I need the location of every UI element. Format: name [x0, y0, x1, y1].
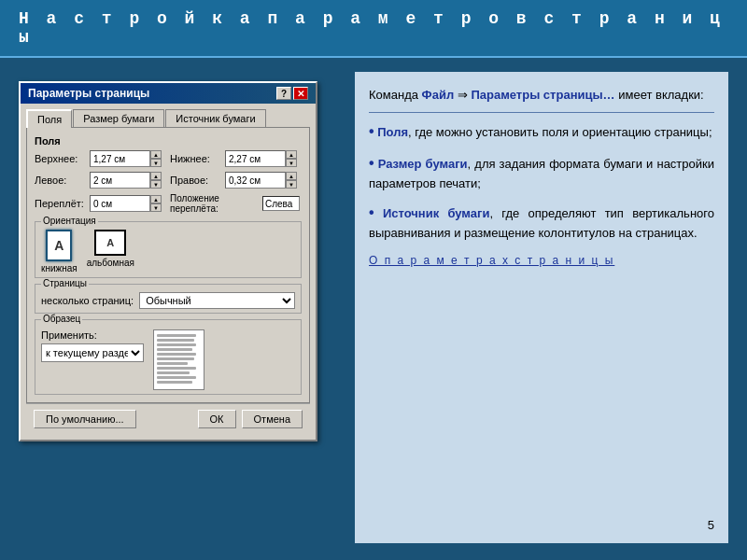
- left-spin: ▲ ▼: [150, 172, 162, 189]
- right-panel: Команда Файл ⇒ Параметры страницы… имеет…: [355, 72, 728, 543]
- bottom-spin-down[interactable]: ▼: [286, 159, 297, 167]
- cancel-button[interactable]: Отмена: [242, 410, 303, 428]
- top-input[interactable]: 1,27 см: [90, 150, 150, 167]
- title-text: Н а с т р о й к а п а р а м е т р о в с …: [19, 9, 724, 47]
- top-spin-down[interactable]: ▼: [150, 159, 162, 167]
- left-input[interactable]: 2 см: [90, 172, 150, 189]
- right-spin-down[interactable]: ▼: [286, 180, 297, 189]
- preview-line: [157, 362, 188, 365]
- orientation-legend: Ориентация: [41, 216, 98, 226]
- gutter-field-row: Переплёт: 0 см ▲ ▼: [35, 193, 166, 214]
- bullet-fields: • Поля, где можно установить поля и орие…: [369, 120, 714, 143]
- preview-line: [157, 343, 196, 346]
- top-spin-up[interactable]: ▲: [150, 150, 162, 159]
- pages-legend: Страницы: [41, 278, 89, 288]
- left-input-group: 2 см ▲ ▼: [90, 172, 162, 189]
- pages-label: несколько страниц:: [41, 295, 134, 306]
- right-spin: ▲ ▼: [286, 172, 297, 189]
- default-button[interactable]: По умолчанию...: [34, 410, 136, 428]
- preview-line: [157, 334, 196, 337]
- bottom-input[interactable]: 2,27 см: [225, 150, 286, 167]
- landscape-label: альбомная: [87, 258, 134, 268]
- intro-end: имеет вкладки:: [618, 88, 704, 102]
- apply-row: Применить: к текущему разделу: [41, 324, 144, 362]
- divider: [369, 112, 714, 113]
- left-spin-down[interactable]: ▼: [150, 180, 162, 189]
- top-field-row: Верхнее: 1,27 см ▲ ▼: [35, 150, 166, 167]
- dialog-title: Параметры страницы: [28, 87, 149, 100]
- right-input[interactable]: 0,32 см: [225, 172, 286, 189]
- preview-line: [157, 367, 196, 370]
- intro-text: Команда: [369, 88, 418, 102]
- main-content: Параметры страницы ? ✕ Поля Размер бумаг…: [0, 58, 747, 557]
- dialog-footer: По умолчанию... ОК Отмена: [26, 403, 310, 434]
- bottom-spin-up[interactable]: ▲: [286, 150, 297, 159]
- bullet-source: • Источник бумаги, где определяют тип ве…: [369, 202, 714, 243]
- orientation-section: Ориентация А книжная А альбомная: [35, 221, 302, 278]
- dialog-close-button[interactable]: ✕: [293, 87, 308, 100]
- preview-line: [157, 357, 194, 360]
- gutter-input-group: 0 см ▲ ▼: [90, 195, 162, 212]
- footer-btn-group: ОК Отмена: [198, 410, 303, 428]
- dialog-titlebar: Параметры страницы ? ✕: [21, 83, 316, 104]
- fields-grid: Верхнее: 1,27 см ▲ ▼ Нижнее:: [35, 150, 302, 217]
- gutter-pos-row: Положение переплёта: Слева: [170, 193, 302, 214]
- landscape-icon: А: [94, 230, 126, 256]
- bullet-fields-term: Поля: [377, 125, 408, 139]
- intro-paragraph: Команда Файл ⇒ Параметры страницы… имеет…: [369, 86, 714, 105]
- portrait-label: книжная: [41, 263, 78, 273]
- dialog-help-button[interactable]: ?: [276, 87, 291, 100]
- pages-section: Страницы несколько страниц: Обычный: [35, 284, 302, 314]
- page-params-link[interactable]: О п а р а м е т р а х с т р а н и ц ы: [369, 252, 714, 269]
- gutter-spin-down[interactable]: ▼: [150, 203, 162, 212]
- right-spin-up[interactable]: ▲: [286, 172, 297, 180]
- sample-section: Образец Применить: к текущему разделу: [35, 319, 302, 395]
- arrow-symbol: ⇒: [458, 88, 468, 102]
- title-bar: Н а с т р о й к а п а р а м е т р о в с …: [0, 0, 747, 58]
- gutter-pos-input[interactable]: Слева: [262, 196, 300, 211]
- orientation-options: А книжная А альбомная: [41, 226, 295, 273]
- dialog-panel: Параметры страницы ? ✕ Поля Размер бумаг…: [19, 72, 336, 543]
- preview-line: [157, 376, 196, 379]
- gutter-spin-up[interactable]: ▲: [150, 195, 162, 203]
- bullet-paper-size: • Размер бумаги, для задания формата бум…: [369, 152, 714, 193]
- tab-paper-size[interactable]: Размер бумаги: [73, 109, 164, 127]
- sample-preview: [153, 329, 204, 390]
- pages-select[interactable]: Обычный: [139, 292, 295, 309]
- pages-row: несколько страниц: Обычный: [41, 288, 295, 309]
- top-input-group: 1,27 см ▲ ▼: [90, 150, 162, 167]
- left-field-row: Левое: 2 см ▲ ▼: [35, 172, 166, 189]
- command-page-params: Параметры страницы…: [471, 88, 614, 102]
- right-field-row: Правое: 0,32 см ▲ ▼: [170, 172, 302, 189]
- command-file: Файл: [422, 88, 455, 102]
- top-spin: ▲ ▼: [150, 150, 162, 167]
- tab-fields[interactable]: Поля: [26, 109, 72, 128]
- bullet-fields-text: , где можно установить поля и ориентацию…: [408, 125, 712, 139]
- bottom-input-group: 2,27 см ▲ ▼: [225, 150, 297, 167]
- left-spin-up[interactable]: ▲: [150, 172, 162, 180]
- gutter-pos-label: Положение переплёта:: [170, 193, 259, 214]
- fields-section-label: Поля: [35, 135, 302, 147]
- preview-line: [157, 381, 192, 384]
- right-input-group: 0,32 см ▲ ▼: [225, 172, 297, 189]
- apply-select[interactable]: к текущему разделу: [41, 343, 144, 362]
- preview-lines: [154, 330, 204, 387]
- tab-paper-source[interactable]: Источник бумаги: [165, 109, 265, 127]
- page-number: 5: [708, 516, 714, 535]
- bottom-spin: ▲ ▼: [286, 150, 297, 167]
- bullet-source-term: Источник бумаги: [383, 206, 490, 220]
- dialog-titlebar-buttons: ? ✕: [276, 87, 308, 100]
- bottom-field-row: Нижнее: 2,27 см ▲ ▼: [170, 150, 302, 167]
- gutter-spin: ▲ ▼: [150, 195, 162, 212]
- preview-line: [157, 348, 192, 351]
- landscape-option[interactable]: А альбомная: [87, 230, 134, 273]
- portrait-option[interactable]: А книжная: [41, 230, 78, 273]
- sample-legend: Образец: [41, 314, 82, 324]
- portrait-icon: А: [46, 230, 72, 261]
- gutter-input[interactable]: 0 см: [90, 195, 150, 212]
- ok-button[interactable]: ОК: [198, 410, 236, 428]
- preview-line: [157, 353, 196, 356]
- tabs: Поля Размер бумаги Источник бумаги: [26, 109, 310, 127]
- dialog-box: Параметры страницы ? ✕ Поля Размер бумаг…: [19, 81, 317, 441]
- dialog-body: Поля Размер бумаги Источник бумаги Поля …: [21, 104, 316, 440]
